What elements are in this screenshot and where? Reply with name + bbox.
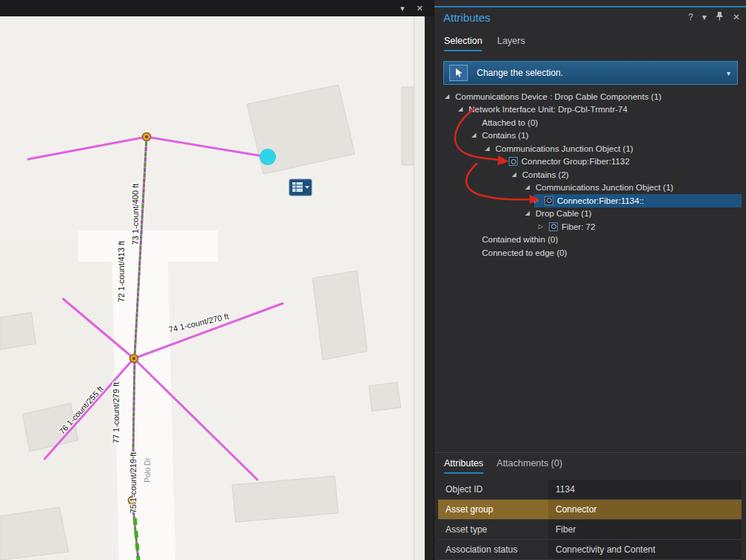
expander-icon[interactable]: ◢ (498, 158, 509, 164)
map-titlebar: ▾ ✕ (0, 0, 434, 16)
tree-item-comm-junction-object-1[interactable]: ◢ Communications Junction Object (1) (434, 142, 742, 155)
map-canvas[interactable]: 72 1-count/413 ft 73 1-count/400 ft 74 1… (0, 16, 414, 560)
expander-icon[interactable]: ◢ (485, 146, 495, 152)
panel-title: Attributes (443, 11, 688, 24)
tree-item-label: Drop Cable (1) (536, 209, 591, 218)
field-name: Object ID (438, 480, 548, 499)
tree-item-connected-to-edge[interactable]: Connected to edge (0) (434, 246, 742, 260)
panel-tabs: Selection Layers (444, 36, 525, 51)
tree-item-connector-fiber-1134[interactable]: ▷ Connector:Fiber:1134:: (434, 194, 742, 207)
expander-icon[interactable]: ◢ (512, 172, 522, 178)
change-selection-label: Change the selection. (477, 68, 727, 78)
tree-item-label: Connector:Fiber:1134:: (557, 196, 644, 205)
tree-item-label: Network Interface Unit: Drp-Cbl-Trmntr-7… (469, 105, 628, 114)
tree-item-contains-2[interactable]: ◢ Contains (2) (434, 168, 742, 181)
expander-icon[interactable]: ◢ (525, 210, 536, 216)
tree-item-contained-within[interactable]: Contained within (0) (434, 234, 742, 247)
tree-item-label: Contains (2) (522, 170, 569, 179)
tree-item-fiber-72[interactable]: ▷ Fiber: 72 (434, 220, 742, 234)
tab-attachments[interactable]: Attachments (0) (497, 458, 562, 474)
tree-item-drop-cable[interactable]: ◢ Drop Cable (1) (434, 207, 742, 221)
change-selection-button[interactable]: Change the selection. ▾ (443, 61, 738, 85)
expander-icon[interactable]: ▷ (534, 198, 544, 204)
tab-attributes[interactable]: Attributes (444, 458, 483, 474)
field-value[interactable]: Connectivity and Content (548, 540, 742, 559)
table-row[interactable]: Asset type Fiber (438, 520, 742, 540)
expander-icon[interactable]: ◢ (525, 184, 536, 190)
junction-object-icon (544, 196, 553, 205)
tree-item-label: Contained within (0) (482, 235, 558, 244)
cable-label: 73 1-count/400 ft (131, 184, 140, 245)
junction-object-icon (509, 157, 518, 166)
tree-item-label: Communications Device : Drop Cable Compo… (455, 92, 661, 101)
junction-marker (143, 133, 151, 141)
section-divider (434, 452, 746, 453)
expander-icon[interactable]: ◢ (445, 94, 455, 100)
bottom-tabs: Attributes Attachments (0) (444, 458, 562, 474)
street-label: Polo Dr (144, 457, 152, 483)
field-value[interactable]: Fiber (548, 520, 742, 539)
field-name: Association status (438, 540, 548, 559)
tree-item-label: Contains (1) (482, 131, 529, 140)
tree-item-network-interface-unit[interactable]: ◢ Network Interface Unit: Drp-Cbl-Trmntr… (434, 103, 742, 117)
tree-item-attached-to[interactable]: Attached to (0) (434, 116, 742, 129)
table-row[interactable]: Asset group Connector (438, 500, 742, 520)
cable-label: 77 1-count/279 ft (112, 382, 120, 444)
pin-icon[interactable] (716, 11, 724, 23)
map-close-icon[interactable]: ✕ (417, 4, 423, 13)
expander-icon[interactable]: ▷ (538, 224, 549, 230)
map-caret-icon[interactable]: ▾ (400, 4, 405, 13)
map-tool-button[interactable] (289, 179, 312, 196)
tree-item-communications-device[interactable]: ◢ Communications Device : Drop Cable Com… (434, 90, 742, 103)
tree-item-label: Fiber: 72 (562, 222, 595, 231)
cable-label: 72 1-count/413 ft (117, 241, 126, 303)
panel-close-icon[interactable]: ✕ (733, 12, 740, 22)
panel-focus-line (434, 6, 746, 7)
tree-item-connector-group[interactable]: ◢ Connector Group:Fiber:1132 (434, 155, 742, 169)
junction-marker (130, 355, 138, 363)
selected-point-marker (260, 149, 276, 165)
selected-tree-row[interactable]: ▷ Connector:Fiber:1134:: (534, 194, 742, 207)
table-row[interactable]: Association status Connectivity and Cont… (438, 540, 742, 560)
tree-item-contains-1[interactable]: ◢ Contains (1) (434, 129, 742, 143)
tree-item-label: Connector Group:Fiber:1132 (521, 157, 630, 166)
map-scrollbar[interactable] (414, 16, 425, 560)
help-icon[interactable]: ? (688, 12, 693, 22)
junction-object-icon (549, 222, 558, 231)
field-name: Asset group (438, 500, 548, 519)
cable-label: 75 1-count/219 ft (129, 452, 138, 514)
map-pane[interactable]: ▾ ✕ (0, 0, 434, 560)
expander-icon[interactable]: ◢ (458, 106, 469, 112)
pane-divider (425, 16, 434, 560)
tree-item-label: Communications Junction Object (1) (495, 144, 633, 153)
tree-item-comm-junction-object-2[interactable]: ◢ Communications Junction Object (1) (434, 181, 742, 195)
tree-item-label: Communications Junction Object (1) (536, 183, 673, 192)
panel-menu-caret-icon[interactable]: ▾ (702, 12, 707, 22)
tree-item-label: Connected to edge (0) (482, 248, 567, 257)
field-name: Asset type (438, 520, 548, 539)
attributes-panel: Attributes ? ▾ ✕ Selection Layers Change… (434, 0, 746, 560)
selection-tree: ◢ Communications Device : Drop Cable Com… (434, 90, 742, 260)
table-row[interactable]: Object ID 1134 (438, 480, 742, 500)
attribute-table: Object ID 1134 Asset group Connector Ass… (438, 480, 742, 560)
panel-header: Attributes ? ▾ ✕ (443, 10, 740, 25)
field-value[interactable]: Connector (548, 500, 742, 519)
tree-item-label: Attached to (0) (482, 118, 538, 127)
tab-layers[interactable]: Layers (497, 36, 525, 51)
expander-icon[interactable]: ◢ (472, 132, 482, 138)
change-selection-icon (449, 65, 468, 81)
field-value[interactable]: 1134 (548, 480, 742, 499)
banner-caret-icon[interactable]: ▾ (727, 69, 730, 77)
tab-selection[interactable]: Selection (444, 36, 482, 51)
